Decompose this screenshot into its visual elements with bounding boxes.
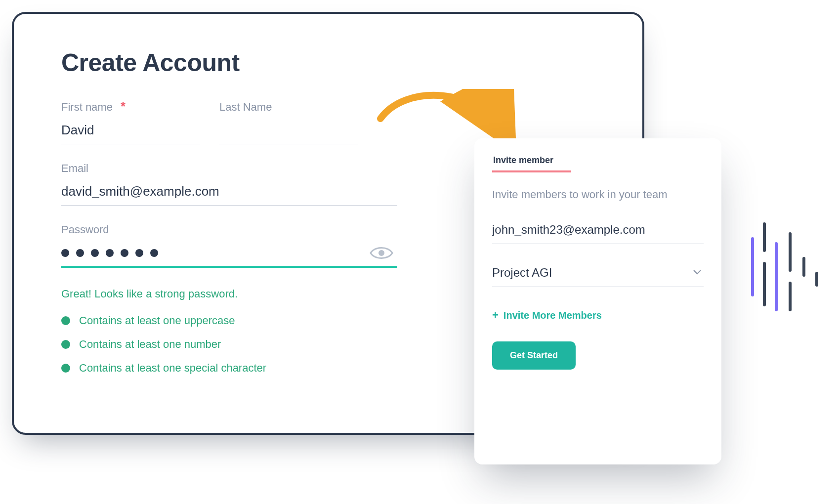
last-name-input[interactable] — [219, 119, 358, 144]
check-bullet-icon — [61, 316, 70, 325]
password-input[interactable] — [61, 241, 397, 268]
check-bullet-icon — [61, 364, 70, 373]
password-dot — [121, 249, 128, 257]
svg-point-0 — [378, 250, 384, 256]
invite-email-input[interactable] — [492, 216, 704, 244]
first-name-label: First name — [61, 101, 113, 114]
password-dot — [91, 249, 99, 257]
password-rule-text: Contains at least one special character — [79, 362, 266, 375]
password-dot — [61, 249, 69, 257]
invite-member-card: Invite member Invite members to work in … — [474, 138, 721, 464]
password-dot — [106, 249, 114, 257]
first-name-field: First name * — [61, 101, 200, 144]
decorative-stripes — [751, 222, 830, 341]
chevron-down-icon — [693, 268, 702, 277]
invite-blurb: Invite members to work in your team — [492, 188, 704, 201]
project-select-value: Project AGI — [492, 266, 552, 279]
eye-icon[interactable] — [370, 245, 393, 261]
invite-more-button[interactable]: + Invite More Members — [492, 309, 704, 322]
password-label: Password — [61, 223, 109, 236]
password-dot — [76, 249, 84, 257]
project-select[interactable]: Project AGI — [492, 259, 704, 287]
page-title: Create Account — [61, 48, 595, 77]
password-field: Password — [61, 223, 397, 268]
password-dot — [135, 249, 143, 257]
last-name-field: Last Name — [219, 101, 358, 144]
get-started-button[interactable]: Get Started — [492, 341, 576, 370]
required-asterisk-icon: * — [121, 103, 126, 110]
tab-invite-member[interactable]: Invite member — [492, 152, 571, 172]
email-input[interactable] — [61, 180, 397, 206]
invite-more-label: Invite More Members — [504, 310, 602, 321]
check-bullet-icon — [61, 340, 70, 349]
last-name-label: Last Name — [219, 101, 272, 114]
first-name-input[interactable] — [61, 119, 200, 144]
password-rule-text: Contains at least one number — [79, 338, 221, 351]
email-field: Email — [61, 162, 397, 206]
email-label: Email — [61, 162, 88, 175]
password-dot — [150, 249, 158, 257]
password-rule-text: Contains at least one uppercase — [79, 314, 235, 327]
plus-icon: + — [492, 309, 499, 322]
